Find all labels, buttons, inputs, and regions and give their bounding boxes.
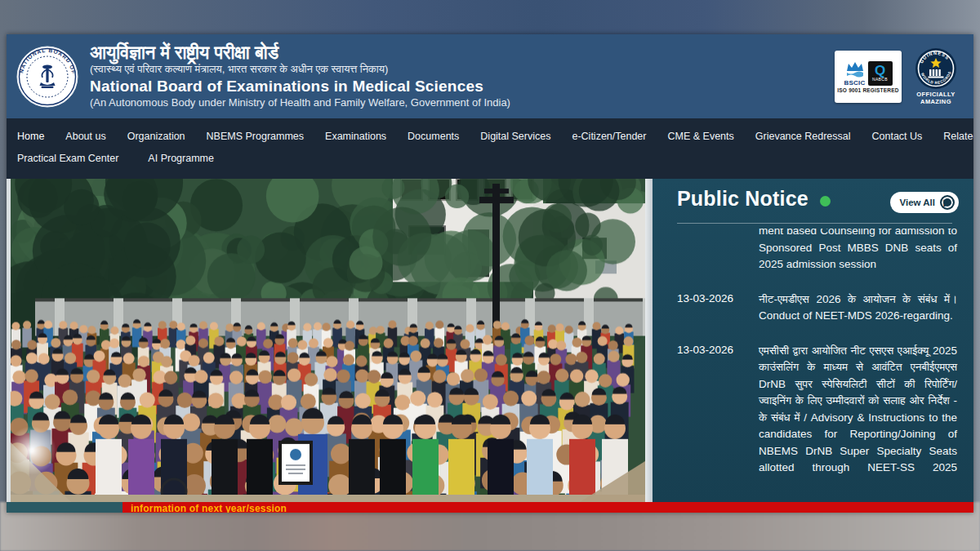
iso-certification-badge: BSCIC Q NABCB ISO 9001 REGISTERED — [835, 51, 902, 103]
nav-row-1: Home About us Organization NBEMS Program… — [7, 123, 973, 149]
guinness-medal-icon: GUINNESS WORLD RECORDS — [915, 47, 957, 90]
site-header: NATIONAL BOARD OF EXAMINATIONS आयुर्विज्… — [7, 34, 973, 118]
view-all-label: View All — [900, 198, 935, 207]
nav-item-ai-programme[interactable]: AI Programme — [137, 149, 225, 172]
bscic-crown-icon — [844, 60, 866, 79]
nav-row-2: Practical Exam Center AI Programme — [7, 149, 973, 172]
certification-badges: BSCIC Q NABCB ISO 9001 REGISTERED — [835, 47, 962, 105]
bscic-label: BSCIC — [844, 79, 866, 87]
live-indicator-dot — [820, 196, 831, 207]
group-photo-canvas — [11, 179, 645, 502]
nav-item-e-citizen-tender[interactable]: e-Citizen/Tender — [561, 123, 657, 149]
header-titles: आयुर्विज्ञान में राष्ट्रीय परीक्षा बोर्ड… — [90, 43, 835, 109]
nbems-logo[interactable]: NATIONAL BOARD OF EXAMINATIONS — [15, 45, 80, 109]
news-ticker: information of next year/session — [7, 502, 973, 513]
public-notice-list: ment based Counseling for admission to S… — [677, 229, 962, 473]
view-all-arrow-icon: ▶ — [940, 195, 955, 210]
notice-date — [677, 229, 746, 273]
officially-amazing-caption: OFFICIALLY AMAZING — [910, 91, 962, 105]
notice-text[interactable]: एमसीसी द्वारा आयोजित नीट एसएस एआईक्यू 20… — [759, 343, 962, 473]
nav-item-documents[interactable]: Documents — [397, 123, 470, 149]
iso-9001-label: ISO 9001 REGISTERED — [837, 87, 898, 93]
nav-item-organization[interactable]: Organization — [117, 123, 196, 149]
nabcb-badge: Q NABCB — [868, 61, 893, 86]
main-navigation: Home About us Organization NBEMS Program… — [7, 118, 973, 179]
english-title: National Board of Examinations in Medica… — [90, 77, 835, 96]
nabcb-label: NABCB — [872, 77, 888, 82]
notice-item[interactable]: 13-03-2026 एमसीसी द्वारा आयोजित नीट एसएस… — [677, 343, 962, 473]
notice-item[interactable]: 13-03-2026 नीट-एमडीएस 2026 के आयोजन के स… — [677, 291, 962, 325]
nav-item-nbems-programmes[interactable]: NBEMS Programmes — [196, 123, 314, 149]
vertical-separator — [645, 179, 653, 502]
nav-item-about-us[interactable]: About us — [55, 123, 116, 149]
notice-item[interactable]: ment based Counseling for admission to S… — [677, 229, 962, 273]
nbems-website-page: NATIONAL BOARD OF EXAMINATIONS आयुर्विज्… — [7, 34, 973, 513]
nav-item-examinations[interactable]: Examinations — [314, 123, 397, 149]
nabcb-q-mark: Q — [875, 64, 885, 77]
notice-date: 13-03-2026 — [677, 343, 746, 473]
nbems-logo-seal: NATIONAL BOARD OF EXAMINATIONS — [16, 45, 79, 109]
notice-text[interactable]: ment based Counseling for admission to S… — [759, 229, 962, 273]
homepage-banner-photo — [7, 179, 645, 502]
view-all-button[interactable]: View All ▶ — [890, 192, 959, 213]
main-content: Public Notice View All ▶ ment based Coun… — [7, 179, 973, 502]
notice-divider — [677, 223, 952, 224]
nav-item-practical-exam-center[interactable]: Practical Exam Center — [7, 149, 129, 172]
nav-item-digital-services[interactable]: Digital Services — [470, 123, 561, 149]
ticker-left-block — [7, 502, 122, 513]
english-subtitle: (An Autonomous Body under Ministry of He… — [90, 96, 835, 109]
hindi-title: आयुर्विज्ञान में राष्ट्रीय परीक्षा बोर्ड — [90, 43, 835, 63]
nav-item-contact-us[interactable]: Contact Us — [861, 123, 933, 149]
nav-item-cme-events[interactable]: CME & Events — [657, 123, 744, 149]
nav-item-home[interactable]: Home — [7, 123, 55, 149]
ticker-red-bar: information of next year/session — [122, 502, 973, 513]
public-notice-title: Public Notice — [677, 187, 808, 211]
hindi-subtitle: (स्वास्थ्य एवं परिवार कल्याण मंत्रालय, भ… — [90, 63, 835, 76]
public-notice-panel: Public Notice View All ▶ ment based Coun… — [653, 179, 973, 502]
notice-date: 13-03-2026 — [677, 291, 746, 325]
notice-text[interactable]: नीट-एमडीएस 2026 के आयोजन के संबंध में। C… — [759, 291, 962, 325]
nav-item-grievance-redressal[interactable]: Grievance Redressal — [745, 123, 862, 149]
nav-item-related-links[interactable]: Related Links — [933, 123, 973, 149]
blurred-background-frame: NATIONAL BOARD OF EXAMINATIONS आयुर्विज्… — [0, 0, 980, 551]
ticker-text[interactable]: information of next year/session — [131, 503, 287, 513]
public-notice-header: Public Notice View All ▶ — [677, 187, 962, 223]
guinness-world-records-badge: GUINNESS WORLD RECORDS OFFICIALLY AMAZIN… — [910, 47, 962, 105]
